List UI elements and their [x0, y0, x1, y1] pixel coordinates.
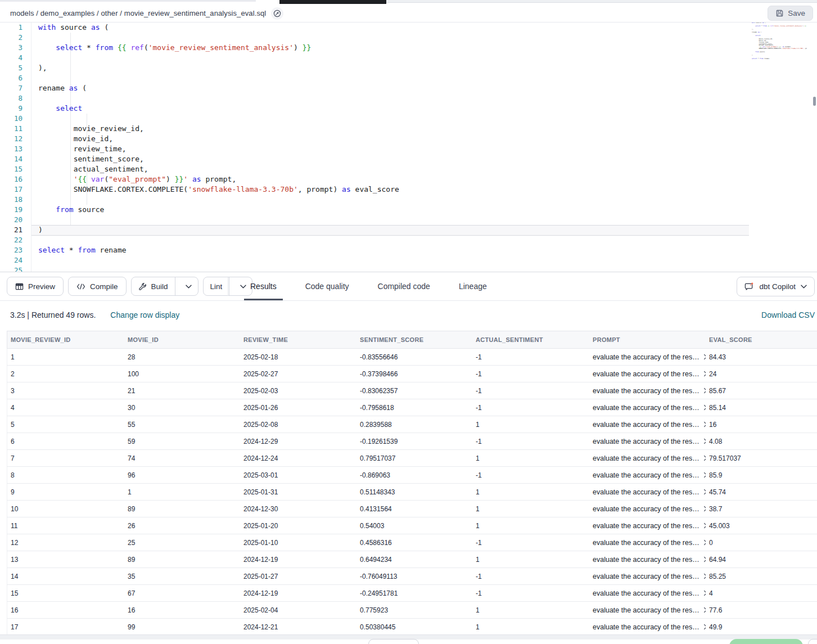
line-number[interactable]: 7 — [0, 83, 31, 93]
column-header[interactable]: MOVIE_ID — [124, 331, 240, 348]
tab-compiled-code[interactable]: Compiled code — [372, 272, 436, 300]
code-line[interactable] — [31, 265, 817, 272]
line-number[interactable]: 1 — [0, 22, 31, 33]
code-token — [752, 48, 759, 49]
code-line[interactable]: '{{ var("eval_prompt") }}' as prompt, — [31, 174, 817, 184]
build-dropdown-button[interactable] — [180, 277, 198, 295]
code-line[interactable]: ) — [31, 225, 817, 235]
line-number[interactable]: 18 — [0, 195, 31, 205]
code-token: * — [82, 43, 95, 52]
line-number[interactable]: 14 — [0, 154, 31, 164]
cropped-tab-right — [386, 0, 817, 3]
code-line[interactable]: select * from {{ ref('movie_review_senti… — [31, 43, 817, 53]
code-lines[interactable]: with source as ( select * from {{ ref('m… — [31, 22, 817, 272]
column-header[interactable]: EVAL_SCORE — [706, 331, 817, 348]
line-number[interactable]: 11 — [0, 124, 31, 134]
line-number[interactable]: 17 — [0, 184, 31, 195]
save-button[interactable]: Save — [768, 6, 813, 21]
column-header[interactable]: REVIEW_TIME — [240, 331, 356, 348]
table-cell: 100 — [124, 366, 240, 382]
line-number[interactable]: 20 — [0, 215, 31, 225]
tab-results[interactable]: Results — [244, 272, 283, 300]
lint-button[interactable]: Lint — [204, 277, 230, 295]
code-line[interactable]: with source as ( — [31, 22, 817, 33]
code-line[interactable]: ), — [31, 63, 817, 73]
line-number[interactable]: 8 — [0, 93, 31, 103]
line-number[interactable]: 21 — [0, 225, 31, 235]
table-cell: -1 — [472, 399, 589, 416]
minimap[interactable]: with source as ( select * from {{ ref('m… — [751, 22, 807, 66]
code-token: , — [139, 155, 144, 163]
line-number[interactable]: 13 — [0, 144, 31, 154]
code-line[interactable] — [31, 195, 817, 205]
column-header[interactable]: MOVIE_REVIEW_ID — [7, 331, 124, 348]
cropped-bottom-button[interactable] — [368, 639, 419, 644]
table-cell: 2024-12-30 — [240, 501, 356, 517]
code-line[interactable]: review_time, — [31, 144, 817, 154]
line-number[interactable]: 24 — [0, 255, 31, 265]
column-header[interactable]: SENTIMENT_SCORE — [356, 331, 472, 348]
line-number[interactable]: 19 — [0, 205, 31, 215]
table-cell: -1 — [472, 534, 589, 551]
cropped-bottom-button[interactable] — [808, 639, 817, 644]
table-cell: 15 — [7, 585, 124, 601]
breadcrumb[interactable]: models / demo_examples / other / movie_r… — [10, 9, 266, 17]
copilot-icon[interactable] — [271, 7, 283, 20]
table-cell: 49.9 — [706, 619, 817, 635]
line-number[interactable]: 9 — [0, 103, 31, 114]
code-line[interactable] — [31, 33, 817, 43]
code-line[interactable]: select * from rename — [31, 245, 817, 255]
code-line[interactable] — [31, 73, 817, 83]
build-button[interactable]: Build — [132, 277, 175, 295]
code-line[interactable] — [31, 215, 817, 225]
code-line[interactable] — [31, 53, 817, 63]
table-cell: 11 — [7, 517, 124, 534]
change-row-display-link[interactable]: Change row display — [110, 310, 179, 319]
line-number[interactable]: 15 — [0, 164, 31, 174]
table-cell: 0.54003 — [356, 517, 472, 534]
code-line[interactable]: sentiment_score, — [31, 154, 817, 164]
dbt-copilot-label: dbt Copilot — [759, 282, 796, 291]
code-line[interactable] — [31, 235, 817, 245]
table-cell: 1 — [472, 501, 589, 517]
code-token: , — [122, 145, 127, 153]
code-line[interactable] — [31, 255, 817, 265]
column-header[interactable]: ACTUAL_SENTIMENT — [472, 331, 589, 348]
line-number[interactable]: 3 — [0, 43, 31, 53]
line-number[interactable]: 6 — [0, 73, 31, 83]
line-number[interactable]: 16 — [0, 174, 31, 184]
prompt-cell: evaluate the accuracy of the res… — [589, 467, 706, 483]
line-number[interactable]: 12 — [0, 134, 31, 144]
code-line[interactable]: actual_sentiment, — [31, 164, 817, 174]
compile-button[interactable]: Compile — [68, 277, 127, 296]
line-number[interactable]: 5 — [0, 63, 31, 73]
code-line[interactable]: select — [31, 103, 817, 114]
code-line[interactable] — [31, 114, 817, 124]
cropped-green-button[interactable] — [729, 639, 803, 644]
code-line[interactable] — [31, 93, 817, 103]
column-header[interactable]: PROMPT — [589, 331, 706, 348]
code-token — [38, 145, 74, 153]
code-line[interactable]: SNOWFLAKE.CORTEX.COMPLETE('snowflake-lla… — [31, 184, 817, 195]
line-number[interactable]: 22 — [0, 235, 31, 245]
code-token: from — [78, 246, 95, 254]
download-csv-link[interactable]: Download CSV — [761, 310, 815, 319]
code-line[interactable]: from source — [31, 205, 817, 215]
dbt-copilot-button[interactable]: dbt Copilot — [737, 277, 815, 296]
editor-gutter[interactable]: 1234567891011121314151617181920212223242… — [0, 22, 31, 272]
table-cell: 85.25 — [706, 568, 817, 584]
tab-lineage[interactable]: Lineage — [453, 272, 493, 300]
code-line[interactable]: rename as ( — [31, 83, 817, 93]
line-number[interactable]: 2 — [0, 33, 31, 43]
line-number[interactable]: 25 — [0, 265, 31, 272]
table-cell: 9 — [7, 484, 124, 500]
preview-button[interactable]: Preview — [7, 277, 64, 296]
tab-code-quality[interactable]: Code quality — [299, 272, 355, 300]
line-number[interactable]: 4 — [0, 53, 31, 63]
line-number[interactable]: 10 — [0, 114, 31, 124]
code-editor[interactable]: 1234567891011121314151617181920212223242… — [0, 22, 817, 272]
code-line[interactable]: movie_review_id, — [31, 124, 817, 134]
line-number[interactable]: 23 — [0, 245, 31, 255]
build-button-group: Build — [131, 277, 198, 296]
code-line[interactable]: movie_id, — [31, 134, 817, 144]
